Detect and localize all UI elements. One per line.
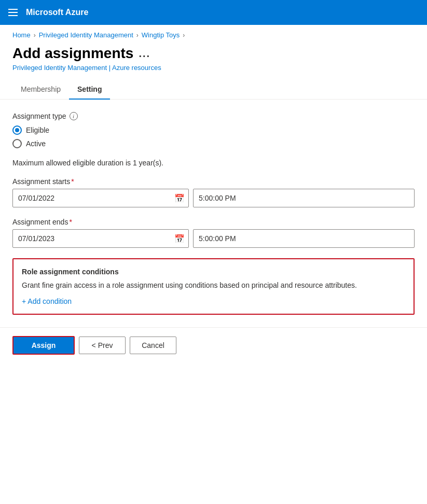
assignment-starts-group: Assignment starts* 📅 xyxy=(12,177,415,207)
ends-calendar-icon[interactable]: 📅 xyxy=(174,234,185,244)
content-area: Assignment type i Eligible Active Maximu… xyxy=(0,112,427,315)
ends-date-wrapper: 📅 xyxy=(12,229,189,248)
hamburger-menu-icon[interactable] xyxy=(8,9,18,16)
tab-membership[interactable]: Membership xyxy=(12,80,69,100)
conditions-description: Grant fine grain access in a role assign… xyxy=(22,280,405,291)
page-header: Add assignments ... xyxy=(0,41,427,63)
topbar: Microsoft Azure xyxy=(0,0,427,25)
radio-eligible[interactable]: Eligible xyxy=(12,125,415,135)
starts-required-star: * xyxy=(71,177,74,186)
page-subtitle: Privileged Identity Management | Azure r… xyxy=(0,63,427,80)
breadcrumb-sep-3: › xyxy=(183,32,185,39)
assignment-starts-row: 📅 xyxy=(12,189,415,207)
duration-info-text: Maximum allowed eligible duration is 1 y… xyxy=(12,159,415,167)
breadcrumb-home[interactable]: Home xyxy=(12,31,31,39)
assignment-type-radio-group: Eligible Active xyxy=(12,125,415,148)
conditions-box: Role assignment conditions Grant fine gr… xyxy=(12,258,415,315)
assignment-type-label: Assignment type i xyxy=(12,112,415,120)
radio-active-label: Active xyxy=(26,139,46,148)
tabs-container: Membership Setting xyxy=(0,80,427,100)
prev-button[interactable]: < Prev xyxy=(79,337,126,354)
radio-eligible-label: Eligible xyxy=(26,126,49,134)
ends-required-star: * xyxy=(69,218,72,226)
assignment-type-group: Assignment type i Eligible Active xyxy=(12,112,415,148)
ends-time-input[interactable] xyxy=(193,229,415,248)
radio-eligible-circle[interactable] xyxy=(12,125,22,135)
page-title: Add assignments xyxy=(12,45,133,62)
assign-button[interactable]: Assign xyxy=(12,336,75,355)
assignment-starts-label: Assignment starts* xyxy=(12,177,415,186)
app-title: Microsoft Azure xyxy=(26,8,88,17)
assignment-ends-label: Assignment ends* xyxy=(12,218,415,226)
more-options-icon[interactable]: ... xyxy=(139,48,150,60)
starts-date-input[interactable] xyxy=(12,189,189,207)
breadcrumb-sep-1: › xyxy=(34,32,36,39)
radio-active-circle[interactable] xyxy=(12,139,22,148)
breadcrumb: Home › Privileged Identity Management › … xyxy=(0,25,427,41)
assignment-type-info-icon[interactable]: i xyxy=(70,112,78,120)
breadcrumb-resource[interactable]: Wingtip Toys xyxy=(142,31,180,39)
starts-calendar-icon[interactable]: 📅 xyxy=(174,193,185,203)
conditions-title: Role assignment conditions xyxy=(22,268,405,276)
add-condition-link[interactable]: + Add condition xyxy=(22,297,72,305)
assignment-ends-row: 📅 xyxy=(12,229,415,248)
breadcrumb-pim[interactable]: Privileged Identity Management xyxy=(39,31,133,39)
action-bar: Assign < Prev Cancel xyxy=(0,327,427,363)
starts-date-wrapper: 📅 xyxy=(12,189,189,207)
radio-active[interactable]: Active xyxy=(12,139,415,148)
assignment-ends-group: Assignment ends* 📅 xyxy=(12,218,415,248)
tab-setting[interactable]: Setting xyxy=(69,80,110,100)
starts-time-input[interactable] xyxy=(193,189,415,207)
breadcrumb-sep-2: › xyxy=(136,32,139,39)
cancel-button[interactable]: Cancel xyxy=(130,337,176,354)
ends-date-input[interactable] xyxy=(12,229,189,248)
